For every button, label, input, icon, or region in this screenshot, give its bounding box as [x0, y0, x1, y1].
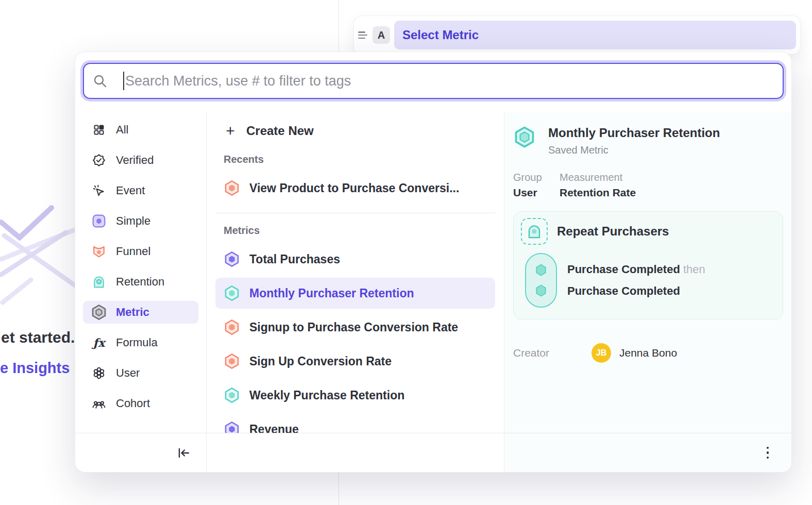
- sidebar-item-label: Verified: [116, 154, 154, 167]
- metric-item-label: Monthly Purchaser Retention: [249, 287, 414, 300]
- create-new-label: Create New: [246, 124, 314, 138]
- sidebar-item-label: User: [116, 366, 140, 380]
- step-connector: then: [683, 263, 705, 276]
- definition-step-1: Purchase Completed then: [567, 263, 705, 276]
- funnel-icon: [92, 245, 106, 258]
- search-icon: [93, 74, 107, 88]
- measurement-meta: Measurement Retention Rate: [560, 172, 636, 199]
- metric-detail-panel: Monthly Purchaser Retention Saved Metric…: [504, 112, 791, 472]
- metric-item-label: Weekly Purchase Retention: [249, 389, 404, 402]
- detail-header: Monthly Purchaser Retention Saved Metric: [513, 126, 783, 156]
- funnel-metric-hexagon-icon: [224, 180, 240, 196]
- user-cluster-icon: [92, 366, 106, 380]
- sidebar-item-label: Formula: [116, 336, 158, 349]
- metric-hexagon-icon: [92, 306, 106, 319]
- metric-item-monthly-purchaser-retention[interactable]: Monthly Purchaser Retention: [215, 278, 495, 309]
- metric-picker-popover: All Verified: [75, 52, 792, 473]
- plus-icon: +: [224, 123, 237, 139]
- sidebar-item-cohort[interactable]: Cohort: [83, 392, 198, 415]
- group-meta: Group User: [513, 172, 560, 199]
- sidebar-item-formula[interactable]: ƒx Formula: [83, 331, 198, 354]
- detail-meta: Group User Measurement Retention Rate: [513, 172, 783, 199]
- sidebar-item-label: Event: [116, 184, 145, 197]
- cohort-people-icon: [92, 397, 106, 410]
- definition-card: Repeat Purchasers Purchase Completed the…: [513, 211, 783, 319]
- select-metric-label: Select Metric: [402, 28, 479, 42]
- collapse-left-icon: [177, 447, 191, 459]
- retention-icon: [92, 275, 106, 289]
- sidebar-item-label: Simple: [116, 214, 150, 228]
- simple-metric-icon: [92, 214, 106, 228]
- recent-item[interactable]: View Product to Purchase Conversi...: [215, 173, 495, 204]
- creator-avatar: JB: [591, 343, 611, 363]
- saved-metric-hexagon-icon: [513, 126, 536, 148]
- metric-hexagon-icon: [224, 251, 240, 267]
- recents-heading: Recents: [224, 154, 495, 165]
- metric-item-label: Signup to Purchase Conversion Rate: [249, 321, 458, 334]
- sidebar-item-funnel[interactable]: Funnel: [83, 240, 198, 263]
- metric-hexagon-icon: [224, 319, 240, 335]
- select-metric-button[interactable]: Select Metric: [394, 21, 796, 49]
- sidebar-item-retention[interactable]: Retention: [83, 271, 198, 293]
- creator-name: Jenna Bono: [619, 347, 677, 359]
- detail-title: Monthly Purchaser Retention: [548, 126, 720, 140]
- creator-label: Creator: [513, 347, 591, 359]
- sidebar-item-simple[interactable]: Simple: [83, 210, 198, 232]
- measurement-value: Retention Rate: [560, 187, 636, 199]
- metric-list: + Create New Recents View Product to Pur…: [207, 112, 504, 433]
- sidebar-footer: [75, 433, 206, 472]
- metric-selector-screen: et started. e Insights Re A Select Metri…: [0, 0, 812, 505]
- sidebar-item-label: Metric: [116, 306, 149, 319]
- sidebar-item-label: Funnel: [116, 245, 150, 258]
- clause-a-badge: A: [373, 26, 390, 44]
- background-headline-fragment: et started.: [1, 329, 75, 346]
- sidebar-item-label: All: [116, 123, 128, 137]
- more-options-button[interactable]: [765, 445, 771, 461]
- kebab-menu-icon: [767, 447, 769, 459]
- grid-icon: [92, 123, 106, 137]
- collapse-sidebar-button[interactable]: [175, 445, 193, 461]
- create-new-button[interactable]: + Create New: [215, 120, 495, 142]
- sidebar-item-user[interactable]: User: [83, 362, 198, 384]
- search-area: [75, 52, 791, 112]
- retention-definition-icon: [521, 218, 548, 245]
- metric-hexagon-icon: [224, 387, 240, 403]
- metric-item-label: Sign Up Conversion Rate: [249, 355, 392, 368]
- metric-item-signup-to-purchase-conversion-rate[interactable]: Signup to Purchase Conversion Rate: [215, 312, 495, 343]
- metric-item-total-purchases[interactable]: Total Purchases: [215, 244, 495, 275]
- sidebar-item-all[interactable]: All: [83, 119, 198, 141]
- verified-badge-icon: [92, 154, 106, 167]
- sidebar-item-event[interactable]: Event: [83, 179, 198, 202]
- search-input[interactable]: [124, 73, 773, 89]
- metric-list-column: + Create New Recents View Product to Pur…: [207, 112, 504, 472]
- metric-item-revenue[interactable]: Revenue: [215, 414, 495, 433]
- definition-name: Repeat Purchasers: [557, 224, 669, 239]
- detail-footer: [504, 433, 791, 472]
- group-label: Group: [513, 172, 560, 183]
- search-box[interactable]: [83, 63, 784, 99]
- filter-list: All Verified: [75, 112, 206, 433]
- detail-subtitle: Saved Metric: [548, 144, 720, 156]
- sidebar-item-verified[interactable]: Verified: [83, 149, 198, 172]
- metric-hexagon-icon: [224, 421, 240, 433]
- query-builder-metric-row: A Select Metric: [353, 15, 801, 55]
- creator-row: Creator JB Jenna Bono: [513, 343, 783, 363]
- definition-step-2: Purchase Completed: [567, 284, 705, 298]
- section-divider: [215, 213, 495, 213]
- metric-hexagon-icon: [224, 285, 240, 301]
- sequence-steps-icon: [525, 253, 557, 308]
- cursor-click-icon: [92, 184, 106, 197]
- metric-list-footer: [207, 433, 504, 472]
- metric-item-label: Total Purchases: [249, 252, 340, 266]
- metric-item-label: Revenue: [249, 423, 299, 433]
- drag-handle-icon[interactable]: [358, 30, 369, 40]
- metric-item-sign-up-conversion-rate[interactable]: Sign Up Conversion Rate: [215, 346, 495, 377]
- metric-item-weekly-purchase-retention[interactable]: Weekly Purchase Retention: [215, 380, 495, 411]
- metrics-heading: Metrics: [224, 225, 495, 237]
- picker-body: All Verified: [75, 112, 791, 472]
- group-value: User: [513, 187, 560, 199]
- metric-detail-body: Monthly Purchaser Retention Saved Metric…: [504, 112, 791, 433]
- filter-sidebar: All Verified: [75, 112, 207, 472]
- sidebar-item-metric[interactable]: Metric: [83, 301, 198, 324]
- metric-hexagon-icon: [224, 353, 240, 369]
